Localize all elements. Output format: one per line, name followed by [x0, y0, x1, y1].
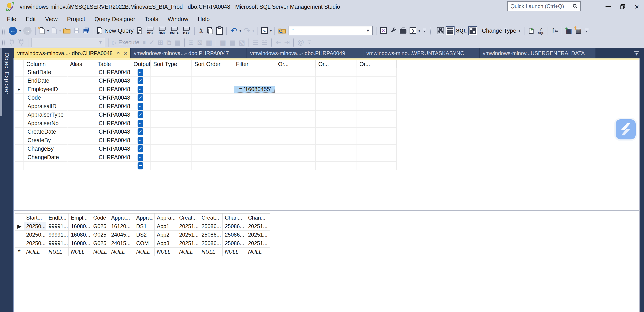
results-cell[interactable]: 16080... — [69, 230, 91, 239]
table-cell[interactable]: CHRPA0048 — [95, 136, 131, 145]
or-cell-1[interactable] — [275, 85, 316, 94]
filter-cell[interactable] — [233, 162, 275, 170]
table-cell[interactable]: CHRPA0048 — [95, 153, 131, 162]
filter-value[interactable]: = '16080455' — [234, 86, 275, 93]
column-cell[interactable]: AppraiserType — [24, 111, 67, 119]
alias-cell[interactable] — [67, 136, 95, 145]
sort-order-cell[interactable] — [192, 77, 233, 85]
results-cell[interactable]: App1 — [154, 222, 177, 230]
results-cell-null[interactable]: NULL — [91, 247, 109, 256]
or-cell-2[interactable] — [316, 111, 357, 119]
filter-cell[interactable]: = '16080455' — [233, 85, 275, 94]
sort-type-cell[interactable] — [150, 153, 192, 162]
column-cell[interactable]: ChangeBy — [24, 145, 67, 153]
or-cell-2[interactable] — [316, 119, 357, 128]
command-window-button[interactable]: ❯ — [408, 26, 418, 36]
results-cell[interactable]: 99991... — [46, 239, 69, 247]
table-cell[interactable]: CHRPA0048 — [95, 68, 131, 77]
or-cell-2[interactable] — [316, 128, 357, 136]
menu-tools[interactable]: Tools — [140, 16, 163, 23]
alias-cell[interactable] — [67, 128, 95, 136]
or-cell-3[interactable] — [357, 145, 396, 153]
sort-order-cell[interactable] — [192, 111, 233, 119]
results-cell[interactable]: 20251... — [177, 230, 199, 239]
output-checkbox[interactable]: ✓ — [138, 154, 144, 161]
results-cell[interactable]: 24045... — [109, 230, 134, 239]
results-cell-null[interactable]: NULL — [199, 247, 222, 256]
sort-type-cell[interactable] — [150, 162, 192, 170]
toolbar-drag-handle[interactable] — [2, 39, 5, 46]
close-button[interactable]: × — [630, 0, 644, 14]
or-cell-1[interactable] — [275, 119, 316, 128]
pane-splitter[interactable] — [14, 210, 640, 211]
dmx-query-button[interactable]: DMX — [156, 27, 168, 35]
table-cell[interactable]: CHRPA0048 — [95, 85, 131, 94]
results-cell-null[interactable]: NULL — [24, 247, 46, 256]
find-combo[interactable]: " ▼ — [288, 26, 373, 35]
column-cell[interactable]: EmployeeID — [24, 85, 67, 94]
results-cell-null[interactable]: NULL — [46, 247, 69, 256]
results-cell[interactable]: 16080... — [69, 222, 91, 230]
find-in-files-button[interactable] — [277, 26, 287, 36]
alias-cell[interactable] — [67, 162, 95, 170]
dax-query-button[interactable]: DAX — [180, 27, 192, 35]
alias-cell[interactable] — [67, 94, 95, 102]
tools-wrench-button[interactable] — [388, 26, 398, 36]
or-cell-2[interactable] — [316, 145, 357, 153]
results-cell[interactable]: App3 — [154, 239, 177, 247]
results-cell[interactable]: 20251... — [246, 239, 270, 247]
alias-cell[interactable] — [67, 145, 95, 153]
xmla-query-button[interactable]: XMLA — [168, 27, 180, 35]
document-tab-5[interactable]: vmwindows-minov...USERGENERALDATA — [480, 48, 596, 58]
filter-cell[interactable] — [233, 128, 275, 136]
menu-project[interactable]: Project — [62, 16, 90, 23]
results-cell[interactable]: 20251... — [177, 222, 199, 230]
undo-dropdown[interactable]: ▾ — [239, 29, 241, 33]
show-results-pane-button[interactable] — [468, 26, 477, 35]
sort-type-cell[interactable] — [150, 77, 192, 85]
object-explorer-autohide-strip[interactable]: Object Explorer — [0, 48, 14, 312]
filter-cell[interactable] — [233, 102, 275, 111]
sort-type-cell[interactable] — [150, 94, 192, 102]
or-cell-3[interactable] — [357, 102, 396, 111]
filter-cell[interactable] — [233, 77, 275, 85]
table-cell[interactable]: CHRPA0048 — [95, 128, 131, 136]
or-cell-3[interactable] — [357, 119, 396, 128]
execute-query-button[interactable] — [527, 26, 536, 36]
row-selector[interactable] — [15, 111, 24, 119]
results-cell-null[interactable]: NULL — [154, 247, 177, 256]
results-cell[interactable]: 99991... — [46, 230, 69, 239]
column-cell[interactable]: StartDate — [24, 68, 67, 77]
column-cell[interactable]: AppraiserNo — [24, 119, 67, 128]
results-cell[interactable]: App2 — [154, 230, 177, 239]
results-cell[interactable]: G025 — [91, 239, 109, 247]
toolbar-drag-handle[interactable] — [430, 27, 433, 35]
output-checkbox[interactable]: ✓ — [138, 94, 144, 101]
row-selector[interactable] — [15, 162, 24, 170]
or-cell-2[interactable] — [316, 136, 357, 145]
sort-order-cell[interactable] — [192, 68, 233, 77]
row-selector[interactable] — [15, 136, 24, 145]
column-cell[interactable]: CreateBy — [24, 136, 67, 145]
navigate-backward-dropdown[interactable]: ▾ — [19, 29, 21, 33]
pin-icon[interactable] — [116, 51, 120, 56]
results-cell[interactable]: 16120... — [109, 222, 134, 230]
results-cell[interactable]: 20250... — [24, 230, 46, 239]
column-cell[interactable]: AppraisalID — [24, 102, 67, 111]
row-selector[interactable] — [15, 128, 24, 136]
sort-order-cell[interactable] — [192, 119, 233, 128]
quick-launch-box[interactable]: Quick Launch (Ctrl+Q) — [507, 1, 581, 11]
toolbox-button[interactable] — [398, 26, 408, 36]
or-cell-1[interactable] — [275, 111, 316, 119]
verify-sql-button[interactable]: ✓ SQL — [536, 25, 546, 36]
results-cell[interactable]: 25086... — [222, 239, 246, 247]
filter-cell[interactable] — [233, 111, 275, 119]
alias-cell[interactable] — [67, 102, 95, 111]
column-cell[interactable] — [24, 162, 67, 170]
navigate-backward-button[interactable]: ← — [7, 26, 18, 36]
document-tab-1[interactable]: vmwindows-minova...- dbo.CHRPA0048✕ — [14, 48, 130, 58]
sort-order-cell[interactable] — [192, 85, 233, 94]
show-diagram-pane-button[interactable] — [435, 26, 446, 36]
or-cell-3[interactable] — [357, 68, 396, 77]
add-group-by-button[interactable]: ▦ ＋ — [564, 26, 574, 36]
